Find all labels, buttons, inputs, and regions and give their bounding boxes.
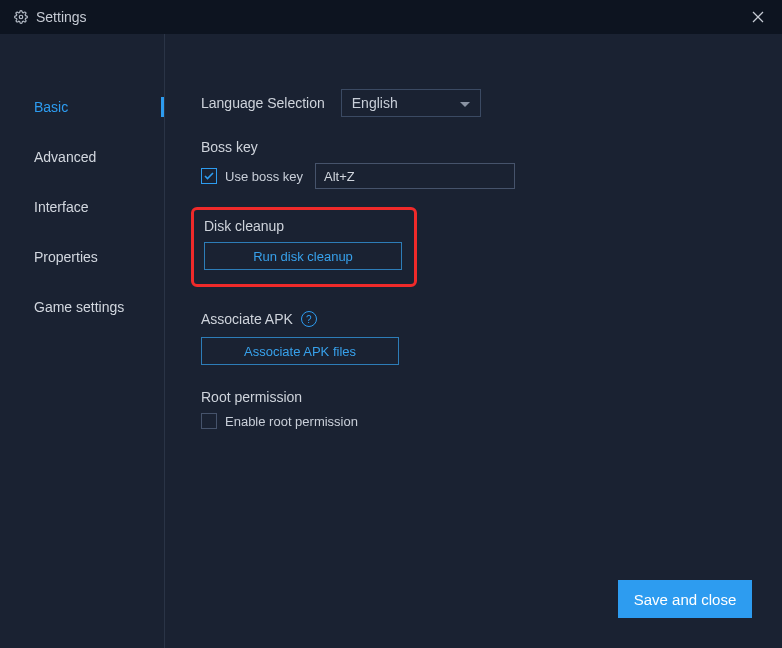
content: Basic Advanced Interface Properties Game… (0, 34, 782, 648)
help-icon[interactable]: ? (301, 311, 317, 327)
associate-apk-section: Associate APK ? Associate APK files (201, 311, 750, 365)
sidebar-item-game-settings[interactable]: Game settings (0, 282, 164, 332)
button-label: Associate APK files (244, 344, 356, 359)
root-permission-section: Root permission Enable root permission (201, 389, 750, 429)
disk-cleanup-highlight: Disk cleanup Run disk cleanup (191, 207, 417, 287)
save-and-close-button[interactable]: Save and close (618, 580, 752, 618)
run-disk-cleanup-button[interactable]: Run disk cleanup (204, 242, 402, 270)
language-select-value: English (352, 95, 398, 111)
associate-apk-button[interactable]: Associate APK files (201, 337, 399, 365)
button-label: Save and close (634, 591, 737, 608)
sidebar-item-advanced[interactable]: Advanced (0, 132, 164, 182)
bosskey-checkbox-label: Use boss key (225, 169, 303, 184)
sidebar-item-label: Advanced (34, 149, 96, 165)
chevron-down-icon (460, 95, 470, 111)
svg-point-0 (19, 15, 23, 19)
sidebar-item-interface[interactable]: Interface (0, 182, 164, 232)
sidebar-item-label: Properties (34, 249, 98, 265)
bosskey-input[interactable] (315, 163, 515, 189)
sidebar-item-label: Basic (34, 99, 68, 115)
language-select[interactable]: English (341, 89, 481, 117)
button-label: Run disk cleanup (253, 249, 353, 264)
root-permission-label: Root permission (201, 389, 750, 405)
close-icon[interactable] (744, 3, 772, 31)
window-title: Settings (36, 9, 744, 25)
sidebar-item-label: Interface (34, 199, 88, 215)
root-permission-checkbox-label: Enable root permission (225, 414, 358, 429)
disk-cleanup-label: Disk cleanup (202, 218, 400, 234)
root-permission-checkbox[interactable] (201, 413, 217, 429)
language-label: Language Selection (201, 95, 325, 111)
bosskey-label: Boss key (201, 139, 750, 155)
check-icon (204, 172, 214, 180)
sidebar-item-basic[interactable]: Basic (0, 82, 164, 132)
main-panel: Language Selection English Boss key Use … (165, 34, 782, 648)
sidebar: Basic Advanced Interface Properties Game… (0, 34, 165, 648)
sidebar-item-properties[interactable]: Properties (0, 232, 164, 282)
bosskey-checkbox[interactable] (201, 168, 217, 184)
associate-apk-label: Associate APK (201, 311, 293, 327)
language-row: Language Selection English (201, 89, 750, 117)
bosskey-section: Boss key Use boss key (201, 139, 750, 189)
gear-icon (14, 10, 28, 24)
sidebar-item-label: Game settings (34, 299, 124, 315)
titlebar: Settings (0, 0, 782, 34)
